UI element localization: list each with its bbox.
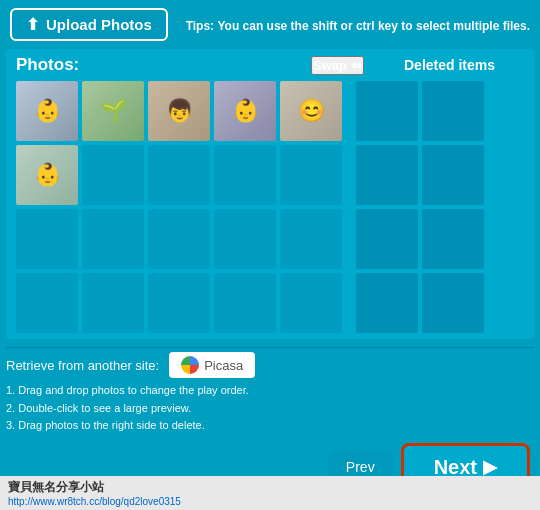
footer-url: http://www.wr8tch.cc/blog/qd2love0315 [8, 496, 532, 507]
upload-button-label: Upload Photos [46, 16, 152, 33]
deleted-label: Deleted items [404, 57, 524, 73]
photo-cell-17[interactable] [82, 273, 144, 333]
header: ⬆ Upload Photos Tips: You can use the sh… [0, 0, 540, 49]
footer-title: 寶貝無名分享小站 [8, 479, 532, 496]
photo-cell-11[interactable] [16, 209, 78, 269]
retrieve-section: Retrieve from another site: Picasa [6, 347, 534, 378]
swap-button[interactable]: Swap ⇔ [311, 56, 364, 75]
photo-thumbnail-2: 🌱 [82, 81, 144, 141]
swap-label: Swap [313, 58, 347, 73]
swap-icon: ⇔ [351, 58, 362, 73]
photo-cell-3[interactable]: 👦 [148, 81, 210, 141]
instruction-1: 1. Drag and drop photos to change the pl… [6, 382, 534, 400]
photo-cell-20[interactable] [280, 273, 342, 333]
main-area: Photos: Swap ⇔ Deleted items 👶 🌱 👦 👶 😊 [6, 49, 534, 339]
deleted-cell-7[interactable] [356, 273, 418, 333]
instructions: 1. Drag and drop photos to change the pl… [6, 382, 534, 435]
prev-label: Prev [346, 459, 375, 475]
photo-thumbnail-3: 👦 [148, 81, 210, 141]
tips-label: Tips: You can use the shift or ctrl key … [186, 19, 530, 33]
deleted-cell-5[interactable] [356, 209, 418, 269]
photo-cell-2[interactable]: 🌱 [82, 81, 144, 141]
photo-cell-6[interactable]: 👶 [16, 145, 78, 205]
deleted-cell-6[interactable] [422, 209, 484, 269]
photo-cell-7[interactable] [82, 145, 144, 205]
photos-header: Photos: Swap ⇔ Deleted items [16, 55, 524, 75]
photos-label: Photos: [16, 55, 311, 75]
retrieve-label: Retrieve from another site: [6, 358, 159, 373]
tips-text: Tips: You can use the shift or ctrl key … [186, 16, 530, 34]
photo-thumbnail-1: 👶 [16, 81, 78, 141]
upload-button[interactable]: ⬆ Upload Photos [10, 8, 168, 41]
instruction-2: 2. Double-click to see a large preview. [6, 400, 534, 418]
photo-cell-19[interactable] [214, 273, 276, 333]
picasa-label: Picasa [204, 358, 243, 373]
deleted-cell-8[interactable] [422, 273, 484, 333]
grid-container: 👶 🌱 👦 👶 😊 👶 [16, 81, 524, 333]
photo-cell-13[interactable] [148, 209, 210, 269]
photo-cell-15[interactable] [280, 209, 342, 269]
footer: 寶貝無名分享小站 http://www.wr8tch.cc/blog/qd2lo… [0, 476, 540, 510]
photo-cell-16[interactable] [16, 273, 78, 333]
photo-cell-8[interactable] [148, 145, 210, 205]
photo-cell-9[interactable] [214, 145, 276, 205]
photo-thumbnail-4: 👶 [214, 81, 276, 141]
photos-grid: 👶 🌱 👦 👶 😊 👶 [16, 81, 342, 333]
photo-cell-14[interactable] [214, 209, 276, 269]
deleted-grid [356, 81, 484, 333]
deleted-cell-3[interactable] [356, 145, 418, 205]
deleted-cell-2[interactable] [422, 81, 484, 141]
picasa-button[interactable]: Picasa [169, 352, 255, 378]
photo-thumbnail-5: 😊 [280, 81, 342, 141]
next-arrow-icon: ▶ [483, 456, 497, 478]
photo-cell-12[interactable] [82, 209, 144, 269]
upload-icon: ⬆ [26, 15, 39, 34]
photo-cell-4[interactable]: 👶 [214, 81, 276, 141]
picasa-icon [181, 356, 199, 374]
photo-thumbnail-6: 👶 [16, 145, 78, 205]
deleted-cell-4[interactable] [422, 145, 484, 205]
deleted-cell-1[interactable] [356, 81, 418, 141]
photo-cell-1[interactable]: 👶 [16, 81, 78, 141]
photo-cell-10[interactable] [280, 145, 342, 205]
photo-cell-5[interactable]: 😊 [280, 81, 342, 141]
photo-cell-18[interactable] [148, 273, 210, 333]
instruction-3: 3. Drag photos to the right side to dele… [6, 417, 534, 435]
